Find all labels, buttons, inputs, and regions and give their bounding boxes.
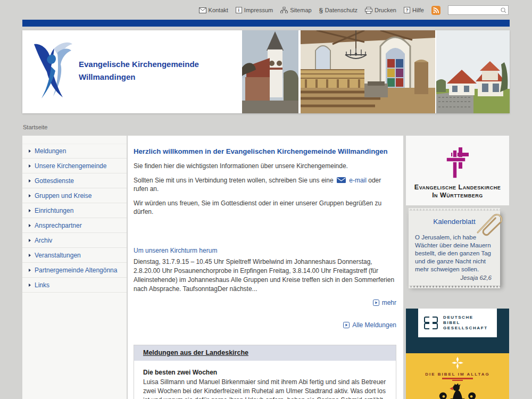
bullet-arrow-icon <box>29 149 31 153</box>
breadcrumb: Startseite <box>23 124 47 130</box>
campaign-tagline: DIE BIBEL IM ALLTAG <box>406 372 509 377</box>
campaign-rule-small <box>452 380 463 381</box>
page: { "topbar": { "links": [ {"label": "Kont… <box>0 0 532 399</box>
bullet-arrow-icon <box>29 284 31 287</box>
landeskirche-banner-text: Evangelische Landeskirche In Württemberg <box>406 184 509 200</box>
sidebar-item-einrichtungen[interactable]: Einrichtungen <box>22 203 127 218</box>
sidebar-item-gruppen-und-kreise[interactable]: Gruppen und Kreise <box>22 188 127 203</box>
page-title: Herzlich willkommen in der Evangelischen… <box>134 147 396 156</box>
sidebar-item-ansprechpartner[interactable]: Ansprechpartner <box>22 218 127 233</box>
play-icon <box>343 322 350 328</box>
search-icon <box>501 7 506 13</box>
sidebar-item-gottesdienste[interactable]: Gottesdienste <box>22 173 127 188</box>
printer-icon <box>365 7 372 14</box>
envelope-icon <box>199 7 206 13</box>
photo-church-interior <box>300 30 435 113</box>
bibelgesellschaft-banner[interactable]: DEUTSCHE BIBEL GESELLSCHAFT DIE BIBEL IM… <box>406 301 509 399</box>
landeskirche-module: Meldungen aus der Landeskirche Die beste… <box>134 345 396 399</box>
contact-link[interactable]: Kontakt <box>199 7 228 13</box>
bullet-arrow-icon <box>29 194 31 197</box>
article-title: Die besten zwei Wochen <box>143 368 387 377</box>
bullet-arrow-icon <box>29 254 31 257</box>
site-header: Evangelische Kirchengemeinde Willmanding… <box>22 30 510 113</box>
main-content: Herzlich willkommen in der Evangelischen… <box>128 136 403 399</box>
welcome-paragraph-2: Sollten Sie mit uns in Verbindung treten… <box>134 176 396 193</box>
datenschutz-link[interactable]: § Datenschutz <box>319 6 358 14</box>
kalenderblatt-source: Jesaja 62,6 <box>417 275 492 281</box>
landeskirche-cross-icon <box>445 147 470 178</box>
bullet-arrow-icon <box>29 224 31 227</box>
bullet-arrow-icon <box>29 269 31 272</box>
kalenderblatt-verse: O Jerusalem, ich habe Wächter über deine… <box>415 234 494 273</box>
sidebar-item-archiv[interactable]: Archiv <box>22 233 127 248</box>
bibelgesellschaft-book-icon <box>423 315 439 330</box>
sidebar-item-veranstaltungen[interactable]: Veranstaltungen <box>22 248 127 263</box>
bibelgesellschaft-campaign-area: DIE BIBEL IM ALLTAG <box>406 353 509 399</box>
kalenderblatt-box: Kalenderblatt O Jerusalem, ich habe Wäch… <box>409 211 500 286</box>
module-article: Die besten zwei Wochen Luisa Sillmann un… <box>134 361 396 399</box>
accent-bar <box>22 20 510 27</box>
article-teaser: Luisa Sillmann und Manuel Birkenmaier si… <box>143 378 387 399</box>
search-input[interactable] <box>450 6 499 14</box>
question-icon: ? <box>404 7 410 13</box>
sidebar-item-partnergemeinde[interactable]: Partnergemeinde Altengönna <box>22 263 127 278</box>
email-link[interactable]: e-mail <box>349 177 367 184</box>
photo-church-exterior <box>242 30 298 113</box>
news-article-link[interactable]: Um unseren Kirchturm herum <box>134 246 217 255</box>
sitemap-link[interactable]: Sitemap <box>280 7 311 13</box>
sidebar-item-unsere-kirchengemeinde[interactable]: Unsere Kirchengemeinde <box>22 159 127 173</box>
rss-button[interactable] <box>431 6 440 15</box>
play-icon <box>373 300 379 306</box>
impressum-link[interactable]: i Impressum <box>236 7 273 13</box>
news-more-link[interactable]: mehr <box>373 298 396 307</box>
bullet-arrow-icon <box>29 179 31 182</box>
sidebar-menu: Meldungen Unsere Kirchengemeinde Gottesd… <box>22 136 127 399</box>
bibelgesellschaft-logo-text: DEUTSCHE BIBEL GESELLSCHAFT <box>443 315 488 331</box>
search-box <box>448 5 509 15</box>
ornament-cross-icon <box>452 356 463 369</box>
utility-bar: Kontakt i Impressum Sitemap § Datenschut… <box>199 4 509 16</box>
bullet-arrow-icon <box>29 209 31 212</box>
sidebar-item-links[interactable]: Links <box>22 278 127 293</box>
photo-parish-house <box>435 30 510 113</box>
news-article-teaser: Dienstag, 31.7.9.15 – 10.45 Uhr Spieltre… <box>134 257 396 294</box>
bullet-arrow-icon <box>29 239 31 242</box>
bibelgesellschaft-logo-area: DEUTSCHE BIBEL GESELLSCHAFT <box>406 309 509 353</box>
email-icon <box>337 177 346 183</box>
print-link[interactable]: Drucken <box>365 7 396 14</box>
all-news-link[interactable]: Alle Meldungen <box>343 321 396 329</box>
site-title: Evangelische Kirchengemeinde Willmanding… <box>79 58 199 84</box>
landeskirche-banner[interactable]: Evangelische Landeskirche In Württemberg <box>406 136 509 205</box>
bullet-arrow-icon <box>29 164 31 168</box>
church-logo[interactable] <box>30 39 77 104</box>
sitemap-icon <box>280 7 288 13</box>
welcome-paragraph-1: Sie finden hier die wichtigsten Informat… <box>134 162 396 170</box>
rss-icon <box>433 7 439 13</box>
paragraph-icon: § <box>319 6 323 14</box>
eagle-icon <box>428 382 487 399</box>
campaign-rule <box>442 378 473 379</box>
module-header: Meldungen aus der Landeskirche <box>134 345 396 361</box>
help-link[interactable]: ? Hilfe <box>404 7 424 13</box>
welcome-paragraph-3: Wir würden uns freuen, Sie im Gottesdien… <box>134 199 396 216</box>
sidebar-item-meldungen[interactable]: Meldungen <box>22 144 127 159</box>
info-icon: i <box>236 7 242 13</box>
